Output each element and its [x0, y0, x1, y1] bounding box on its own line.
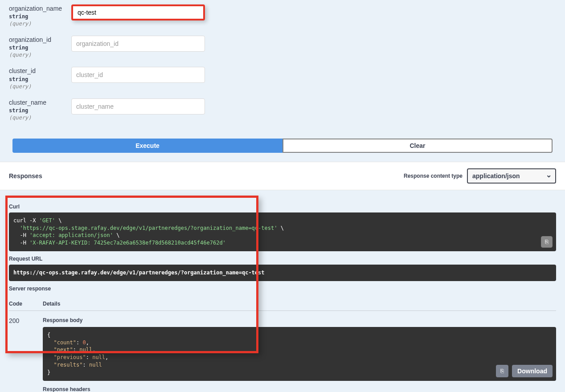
response-code: 200: [9, 317, 43, 392]
responses-header: Responses Response content type applicat…: [0, 162, 565, 190]
param-in: (query): [9, 83, 71, 90]
param-input-wrap: [71, 67, 205, 83]
param-input-wrap: [71, 4, 205, 20]
organization_name-input[interactable]: [71, 4, 205, 20]
responses-title: Responses: [9, 172, 42, 180]
param-row-cluster_id: cluster_idstring(query): [9, 67, 556, 89]
param-row-organization_name: organization_namestring(query): [9, 4, 556, 27]
param-in: (query): [9, 114, 71, 121]
param-name: organization_id: [9, 36, 71, 44]
param-type: string: [9, 76, 71, 82]
param-label: organization_idstring(query): [9, 36, 71, 58]
content-type-select[interactable]: application/json: [467, 168, 556, 184]
param-type: string: [9, 13, 71, 20]
param-name: cluster_name: [9, 98, 71, 106]
param-input-wrap: [71, 36, 205, 52]
response-row: 200 Response body { "count": 0, "next": …: [9, 311, 556, 392]
param-input-wrap: [71, 98, 205, 114]
response-table-header: Code Details: [9, 296, 556, 311]
action-buttons: Execute Clear: [0, 139, 565, 162]
cluster_id-input[interactable]: [71, 67, 205, 83]
param-in: (query): [9, 20, 71, 27]
download-button[interactable]: Download: [512, 365, 553, 377]
server-response-label: Server response: [9, 286, 556, 292]
details-header: Details: [43, 301, 556, 307]
response-details: Response body { "count": 0, "next": null…: [43, 317, 556, 392]
param-name: organization_name: [9, 4, 71, 12]
code-header: Code: [9, 301, 43, 307]
param-row-organization_id: organization_idstring(query): [9, 36, 556, 58]
param-type: string: [9, 107, 71, 114]
response-headers-label: Response headers: [43, 386, 556, 392]
execute-button[interactable]: Execute: [12, 139, 282, 153]
clear-button[interactable]: Clear: [282, 139, 553, 153]
request-url-code: https://qc-ops.stage.rafay.dev/edge/v1/p…: [9, 265, 556, 281]
param-type: string: [9, 45, 71, 51]
content-type-group: Response content type application/json: [404, 168, 556, 184]
curl-label: Curl: [9, 204, 556, 210]
content-type-label: Response content type: [404, 173, 463, 179]
curl-code: curl -X 'GET' \ 'https://qc-ops.stage.ra…: [9, 212, 556, 251]
param-label: organization_namestring(query): [9, 4, 71, 27]
response-body-code: { "count": 0, "next": null, "previous": …: [43, 327, 556, 381]
param-label: cluster_namestring(query): [9, 98, 71, 121]
cluster_name-input[interactable]: [71, 98, 205, 114]
copy-icon[interactable]: ⎘: [496, 365, 508, 377]
responses-body: Curl curl -X 'GET' \ 'https://qc-ops.sta…: [0, 190, 565, 392]
request-url-label: Request URL: [9, 256, 556, 262]
organization_id-input[interactable]: [71, 36, 205, 52]
param-in: (query): [9, 52, 71, 58]
response-body-label: Response body: [43, 317, 556, 323]
copy-icon[interactable]: ⎘: [541, 236, 553, 248]
param-name: cluster_id: [9, 67, 71, 75]
parameters-section: organization_namestring(query)organizati…: [0, 0, 565, 139]
param-label: cluster_idstring(query): [9, 67, 71, 89]
param-row-cluster_name: cluster_namestring(query): [9, 98, 556, 121]
